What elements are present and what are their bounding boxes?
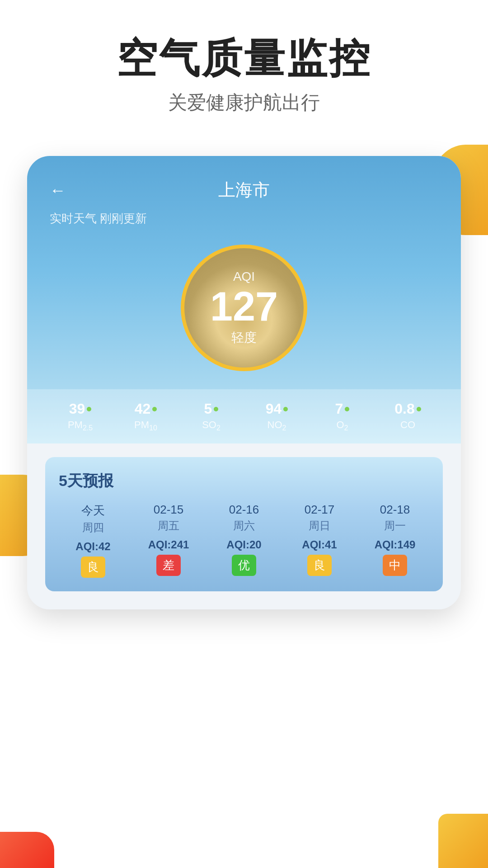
forecast-badge: 良 — [307, 555, 332, 576]
forecast-weekday: 周一 — [361, 519, 429, 533]
pollutant-dot — [417, 407, 421, 411]
main-title: 空气质量监控 — [18, 36, 470, 81]
pollutant-value: 0.8 — [377, 401, 438, 417]
forecast-date: 02-16 — [210, 503, 278, 517]
forecast-date: 02-17 — [285, 503, 354, 517]
pollutant-name: SO2 — [181, 419, 242, 432]
forecast-day-item: 02-16 周六 AQI:20 优 — [210, 503, 278, 578]
header-section: 空气质量监控 关爱健康护航出行 — [0, 0, 488, 142]
back-button[interactable]: ← — [50, 181, 66, 200]
pollutant-item: 5 SO2 — [181, 401, 242, 432]
forecast-day-item: 02-17 周日 AQI:41 良 — [285, 503, 354, 578]
phone-card: ← 上海市 实时天气 刚刚更新 AQI 127 轻度 39 PM2.5 42 P… — [27, 156, 461, 609]
forecast-date: 02-15 — [134, 503, 203, 517]
sky-section: ← 上海市 实时天气 刚刚更新 AQI 127 轻度 39 PM2.5 42 P… — [27, 156, 461, 443]
forecast-weekday: 周四 — [59, 520, 127, 535]
pollutant-dot — [283, 407, 288, 411]
forecast-badge: 优 — [232, 555, 256, 576]
pollutant-item: 0.8 CO — [377, 401, 438, 432]
forecast-weekday: 周六 — [210, 519, 278, 533]
nav-bar: ← 上海市 — [50, 179, 438, 202]
pollutant-item: 7 O2 — [312, 401, 373, 432]
city-name: 上海市 — [218, 179, 270, 202]
aqi-circle-container: AQI 127 轻度 — [50, 245, 438, 371]
forecast-aqi: AQI:149 — [361, 538, 429, 551]
pollutant-value: 5 — [181, 401, 242, 417]
forecast-aqi: AQI:241 — [134, 538, 203, 551]
pollutant-name: CO — [377, 419, 438, 431]
pollutant-dot — [345, 407, 349, 411]
forecast-grid: 今天 周四 AQI:42 良 02-15 周五 AQI:241 差 02-16 … — [59, 503, 429, 578]
forecast-title: 5天预报 — [59, 471, 429, 491]
weather-status: 实时天气 刚刚更新 — [50, 211, 438, 226]
subtitle: 关爱健康护航出行 — [18, 90, 470, 115]
aqi-description: 轻度 — [231, 329, 257, 346]
pollutant-dot — [87, 407, 91, 411]
pollutant-value: 39 — [50, 401, 111, 417]
pollutant-dot — [152, 407, 157, 411]
forecast-aqi: AQI:41 — [285, 538, 354, 551]
pollutant-section: 39 PM2.5 42 PM10 5 SO2 94 NO2 7 O2 0.8 C… — [27, 389, 461, 443]
forecast-badge: 良 — [81, 557, 105, 578]
deco-red-corner — [0, 832, 54, 868]
pollutant-value: 94 — [246, 401, 307, 417]
pollutant-name: NO2 — [246, 419, 307, 432]
pollutant-name: O2 — [312, 419, 373, 432]
forecast-badge: 差 — [156, 555, 181, 576]
pollutant-dot — [214, 407, 218, 411]
pollutant-value: 42 — [115, 401, 176, 417]
forecast-badge: 中 — [383, 555, 407, 576]
forecast-date: 今天 — [59, 503, 127, 519]
forecast-day-item: 02-15 周五 AQI:241 差 — [134, 503, 203, 578]
forecast-weekday: 周五 — [134, 519, 203, 533]
forecast-aqi: AQI:42 — [59, 540, 127, 553]
aqi-label: AQI — [233, 269, 255, 284]
forecast-aqi: AQI:20 — [210, 538, 278, 551]
pollutant-value: 7 — [312, 401, 373, 417]
forecast-day-item: 02-18 周一 AQI:149 中 — [361, 503, 429, 578]
pollutant-name: PM2.5 — [50, 419, 111, 432]
pollutant-item: 94 NO2 — [246, 401, 307, 432]
forecast-weekday: 周日 — [285, 519, 354, 533]
pollutant-name: PM10 — [115, 419, 176, 432]
pollutant-grid: 39 PM2.5 42 PM10 5 SO2 94 NO2 7 O2 0.8 C… — [50, 401, 438, 432]
pollutant-item: 39 PM2.5 — [50, 401, 111, 432]
white-section: 5天预报 今天 周四 AQI:42 良 02-15 周五 AQI:241 差 0… — [27, 443, 461, 609]
forecast-day-item: 今天 周四 AQI:42 良 — [59, 503, 127, 578]
aqi-value: 127 — [210, 286, 278, 327]
forecast-date: 02-18 — [361, 503, 429, 517]
aqi-circle: AQI 127 轻度 — [181, 245, 307, 371]
pollutant-item: 42 PM10 — [115, 401, 176, 432]
forecast-section: 5天预报 今天 周四 AQI:42 良 02-15 周五 AQI:241 差 0… — [45, 457, 443, 591]
deco-rect-right — [438, 814, 488, 868]
